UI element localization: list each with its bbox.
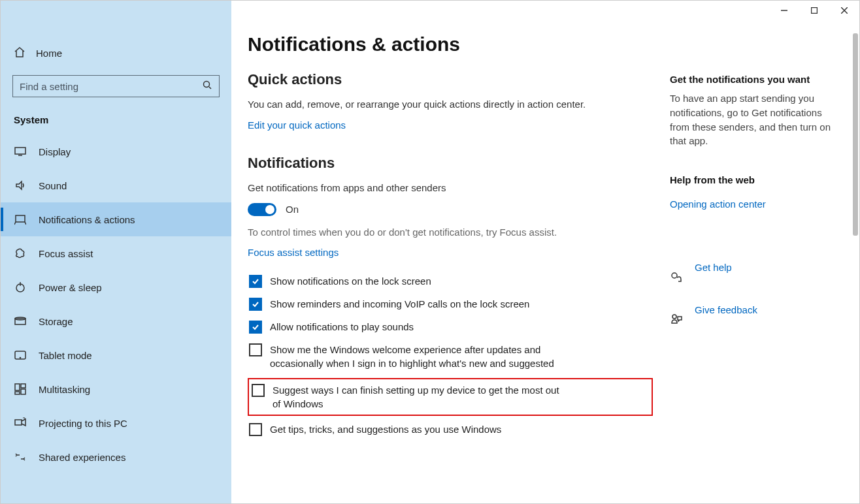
sidebar-item-notifications-actions[interactable]: Notifications & actions	[1, 202, 231, 236]
nav-icon	[14, 383, 27, 396]
search-input[interactable]	[12, 75, 220, 97]
nav-icon	[14, 349, 27, 362]
checkbox-label: Suggest ways I can finish setting up my …	[273, 383, 567, 411]
sidebar-item-projecting-to-this-pc[interactable]: Projecting to this PC	[1, 406, 231, 440]
edit-quick-actions-link[interactable]: Edit your quick actions	[248, 119, 346, 131]
nav-icon	[14, 247, 27, 260]
search-wrap	[12, 75, 220, 97]
svg-point-15	[672, 315, 676, 319]
nav-icon	[14, 213, 27, 226]
sidebar: Home System DisplaySoundNotifications & …	[1, 1, 231, 503]
notifications-toggle[interactable]	[248, 203, 276, 216]
sidebar-item-display[interactable]: Display	[1, 134, 231, 168]
main-content: Notifications & actions Quick actions Yo…	[248, 33, 653, 444]
svg-rect-10	[21, 384, 25, 388]
opening-action-center-link[interactable]: Opening action center	[670, 198, 766, 210]
svg-rect-0	[812, 8, 818, 14]
nav-label: Storage	[39, 316, 73, 327]
nav-label: Focus assist	[39, 248, 93, 259]
right-column: Get the notifications you want To have a…	[670, 74, 840, 347]
right-heading-2: Help from the web	[670, 174, 840, 185]
nav-label: Display	[39, 146, 71, 157]
nav-label: Notifications & actions	[39, 214, 135, 225]
sidebar-item-sound[interactable]: Sound	[1, 168, 231, 202]
checkbox-row-3[interactable]: Show me the Windows welcome experience a…	[248, 341, 653, 371]
sidebar-item-shared-experiences[interactable]: Shared experiences	[1, 440, 231, 474]
quick-actions-heading: Quick actions	[248, 71, 653, 88]
nav-label: Sound	[39, 180, 67, 191]
checkbox-list: Show notifications on the lock screenSho…	[248, 273, 653, 437]
checkbox-row-2[interactable]: Allow notifications to play sounds	[248, 319, 653, 335]
checkbox[interactable]	[249, 321, 262, 334]
feedback-icon	[670, 313, 683, 326]
give-feedback-row[interactable]: Give feedback	[670, 304, 840, 335]
nav-icon	[14, 315, 27, 328]
home-button[interactable]: Home	[1, 39, 231, 67]
svg-rect-12	[15, 392, 20, 394]
nav-list: DisplaySoundNotifications & actionsFocus…	[1, 134, 231, 474]
sidebar-item-tablet-mode[interactable]: Tablet mode	[1, 338, 231, 372]
right-heading-1: Get the notifications you want	[670, 74, 840, 85]
nav-icon	[14, 417, 27, 430]
nav-label: Multitasking	[39, 384, 90, 395]
nav-label: Power & sleep	[39, 282, 102, 293]
svg-rect-2	[15, 148, 25, 154]
svg-rect-3	[16, 215, 25, 222]
checkbox[interactable]	[249, 343, 262, 356]
nav-label: Projecting to this PC	[39, 418, 127, 429]
checkbox[interactable]	[249, 423, 262, 436]
minimize-button[interactable]	[769, 1, 799, 20]
svg-point-8	[20, 357, 20, 358]
sidebar-item-multitasking[interactable]: Multitasking	[1, 372, 231, 406]
sidebar-item-storage[interactable]: Storage	[1, 304, 231, 338]
nav-label: Shared experiences	[39, 452, 125, 463]
page-title: Notifications & actions	[248, 33, 653, 55]
svg-rect-9	[15, 384, 20, 390]
right-desc-1: To have an app start sending you notific…	[670, 91, 840, 148]
notifications-toggle-label: Get notifications from apps and other se…	[248, 181, 653, 195]
category-label: System	[1, 109, 231, 134]
checkbox-row-5[interactable]: Get tips, tricks, and suggestions as you…	[248, 421, 653, 437]
home-label: Home	[36, 48, 62, 59]
svg-rect-11	[21, 389, 25, 394]
checkbox-label: Show reminders and incoming VoIP calls o…	[270, 297, 529, 311]
svg-point-1	[204, 82, 210, 87]
nav-label: Tablet mode	[39, 350, 92, 361]
scrollbar[interactable]	[853, 33, 858, 236]
checkbox[interactable]	[249, 275, 262, 288]
checkbox[interactable]	[252, 384, 265, 397]
checkbox-row-1[interactable]: Show reminders and incoming VoIP calls o…	[248, 296, 653, 312]
checkbox-row-4[interactable]: Suggest ways I can finish setting up my …	[248, 378, 653, 416]
maximize-button[interactable]	[799, 1, 829, 20]
nav-icon	[14, 281, 27, 294]
nav-icon	[14, 450, 27, 464]
help-icon	[670, 271, 683, 284]
nav-icon	[14, 145, 27, 158]
sidebar-item-power-sleep[interactable]: Power & sleep	[1, 270, 231, 304]
focus-assist-desc: To control times when you do or don't ge…	[248, 225, 653, 240]
svg-point-14	[672, 273, 677, 278]
checkbox-label: Get tips, tricks, and suggestions as you…	[270, 422, 501, 436]
checkbox[interactable]	[249, 298, 262, 311]
checkbox-label: Allow notifications to play sounds	[270, 320, 414, 334]
quick-actions-desc: You can add, remove, or rearrange your q…	[248, 97, 653, 112]
search-icon	[203, 80, 212, 92]
notifications-heading: Notifications	[248, 155, 653, 172]
window-controls	[769, 1, 859, 20]
get-help-row[interactable]: Get help	[670, 262, 840, 292]
checkbox-row-0[interactable]: Show notifications on the lock screen	[248, 273, 653, 289]
sidebar-item-focus-assist[interactable]: Focus assist	[1, 236, 231, 270]
checkbox-label: Show notifications on the lock screen	[270, 274, 431, 288]
focus-assist-link[interactable]: Focus assist settings	[248, 247, 339, 258]
get-help-link[interactable]: Get help	[695, 262, 732, 273]
svg-rect-13	[15, 420, 22, 425]
checkbox-label: Show me the Windows welcome experience a…	[270, 343, 564, 370]
close-button[interactable]	[829, 1, 859, 20]
nav-icon	[14, 179, 27, 192]
toggle-state: On	[286, 204, 299, 215]
give-feedback-link[interactable]: Give feedback	[695, 304, 757, 315]
home-icon	[14, 46, 25, 60]
